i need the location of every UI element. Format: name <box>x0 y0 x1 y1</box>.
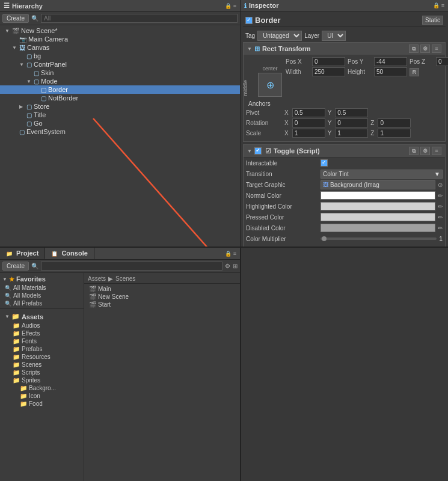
scene-item-newscene[interactable]: 🎬 New Scene <box>87 293 238 301</box>
store-label: Store <box>34 103 49 110</box>
height-input[interactable] <box>374 67 407 76</box>
rot-z-input[interactable] <box>378 118 411 127</box>
folder-scenes[interactable]: 📁 Scenes <box>2 361 81 369</box>
pressed-color-edit-icon[interactable]: ✏ <box>438 214 443 221</box>
layer-dropdown[interactable]: UI <box>322 31 346 41</box>
scene-item-start[interactable]: 🎬 Start <box>87 301 238 308</box>
width-input[interactable] <box>312 67 345 76</box>
project-create-button[interactable]: Create <box>2 262 29 271</box>
scale-x-input[interactable] <box>292 129 325 138</box>
hierarchy-item-bg[interactable]: ▢ bg <box>0 52 240 60</box>
disabled-color-edit-icon[interactable]: ✏ <box>438 225 443 231</box>
folder-sprites[interactable]: 📁 Sprites <box>2 376 81 384</box>
hierarchy-create-button[interactable]: Create <box>2 14 29 23</box>
bottom-section: 📁 Project 📋 Console 🔒 ≡ Create 🔍 ⚙ ⊞ <box>0 247 448 481</box>
disabled-color-field[interactable] <box>321 224 435 232</box>
lock-ratio-icon[interactable]: R <box>410 68 419 76</box>
prefabs-folder-icon: 📁 <box>13 346 20 352</box>
rot-z-label: Z <box>370 120 374 126</box>
scene-name: New Scene* <box>21 27 58 34</box>
start-scene-label: Start <box>98 301 111 308</box>
component-active-checkbox[interactable] <box>245 17 253 24</box>
rot-x-input[interactable] <box>292 118 325 127</box>
hierarchy-search-input[interactable] <box>41 14 238 23</box>
tag-dropdown[interactable]: Untagged <box>257 31 302 41</box>
hierarchy-item-border[interactable]: ▢ Border <box>0 85 240 94</box>
fav-item-materials[interactable]: 🔍 All Materials <box>0 284 84 292</box>
highlighted-color-edit-icon[interactable]: ✏ <box>438 203 443 210</box>
normal-color-row: Normal Color ✏ <box>244 190 445 201</box>
toggle-settings-icon[interactable]: ⚙ <box>420 147 430 155</box>
project-menu-icon[interactable]: ≡ <box>233 251 236 257</box>
folder-scripts[interactable]: 📁 Scripts <box>2 369 81 376</box>
interactable-checkbox[interactable] <box>321 159 328 167</box>
target-graphic-label: Target Graphic <box>246 182 318 188</box>
toggle-copy-icon[interactable]: ⧉ <box>409 147 419 155</box>
highlighted-color-field[interactable] <box>321 202 435 210</box>
toggle-script-header[interactable]: ▼ ☑ Toggle (Script) ⧉ ⚙ ≡ <box>244 145 445 158</box>
scale-z-input[interactable] <box>378 129 411 138</box>
pressed-color-field[interactable] <box>321 213 435 221</box>
fav-search-icon-models: 🔍 <box>5 293 11 299</box>
rot-y-input[interactable] <box>335 118 368 127</box>
fav-item-prefabs[interactable]: 🔍 All Prefabs <box>0 299 84 307</box>
folder-audios[interactable]: 📁 Audios <box>2 322 81 329</box>
folder-effects[interactable]: 📁 Effects <box>2 329 81 337</box>
folder-resources[interactable]: 📁 Resources <box>2 353 81 361</box>
target-graphic-pick-icon[interactable]: ⊙ <box>438 182 443 188</box>
transition-label: Transition <box>246 171 318 177</box>
folder-backgrounds[interactable]: 📁 Backgro... <box>2 384 81 392</box>
project-options-icon1[interactable]: ⚙ <box>225 263 230 269</box>
hierarchy-item-mode[interactable]: ▼ ▢ Mode <box>0 77 240 85</box>
folder-fonts[interactable]: 📁 Fonts <box>2 337 81 345</box>
folder-food[interactable]: 📁 Food <box>2 400 81 408</box>
target-graphic-ref[interactable]: 🖼 Background (Imag <box>321 180 435 189</box>
project-tab[interactable]: 📁 Project <box>0 248 45 259</box>
hierarchy-item-eventsystem[interactable]: ▢ EventSystem <box>0 127 240 136</box>
inspector-menu-icon[interactable]: ≡ <box>441 2 444 8</box>
scene-item-main[interactable]: 🎬 Main <box>87 285 238 293</box>
hierarchy-menu-icon[interactable]: ≡ <box>233 3 236 9</box>
toggle-enabled-checkbox[interactable] <box>254 147 262 155</box>
pos-z-input[interactable] <box>436 57 448 66</box>
hierarchy-item-title[interactable]: ▢ Title <box>0 111 240 119</box>
rt-copy-icon[interactable]: ⧉ <box>409 44 419 53</box>
scale-y-input[interactable] <box>335 129 368 138</box>
hierarchy-panel: ☰ Hierarchy 🔒 ≡ Create 🔍 ▼ 🎬 New Scene* <box>0 0 241 247</box>
folder-prefabs[interactable]: 📁 Prefabs <box>2 345 81 353</box>
rt-settings-icon[interactable]: ⚙ <box>420 44 430 53</box>
scene-root-item[interactable]: ▼ 🎬 New Scene* <box>0 26 240 35</box>
hierarchy-item-contrpanel[interactable]: ▼ ▢ ContrPanel <box>0 60 240 69</box>
project-search-input[interactable] <box>41 262 222 271</box>
newscene-icon: 🎬 <box>89 293 96 300</box>
hierarchy-item-main-camera[interactable]: 📷 Main Camera <box>0 35 240 43</box>
fav-item-models[interactable]: 🔍 All Models <box>0 292 84 299</box>
static-button[interactable]: Static <box>422 16 443 25</box>
start-scene-icon: 🎬 <box>89 301 96 308</box>
hierarchy-item-skin[interactable]: ▢ Skin <box>0 69 240 77</box>
transition-value: Color Tint <box>323 171 349 177</box>
pos-y-input[interactable] <box>374 57 407 66</box>
hierarchy-toolbar: Create 🔍 <box>0 12 240 25</box>
normal-color-edit-icon[interactable]: ✏ <box>438 192 443 199</box>
rect-transform-header[interactable]: ▼ ⊞ Rect Transform ⧉ ⚙ ≡ <box>244 43 445 55</box>
rect-anchor-icon[interactable]: ⊕ <box>258 73 282 97</box>
folder-icon[interactable]: 📁 Icon <box>2 392 81 400</box>
pivot-x-input[interactable] <box>292 108 325 117</box>
pos-x-input[interactable] <box>312 57 345 66</box>
color-multiplier-slider[interactable] <box>321 237 437 240</box>
rt-menu-icon[interactable]: ≡ <box>432 44 441 53</box>
toggle-menu-icon[interactable]: ≡ <box>432 147 441 155</box>
assets-pane: Assets ▶ Scenes 🎬 Main 🎬 New Scene 🎬 <box>84 273 240 481</box>
food-label: Food <box>29 400 43 407</box>
project-options-icon2[interactable]: ⊞ <box>233 263 238 269</box>
transition-dropdown[interactable]: Color Tint ▼ <box>321 170 443 179</box>
hierarchy-item-go[interactable]: ▢ Go <box>0 119 240 127</box>
hierarchy-item-notborder[interactable]: ▢ NotBorder <box>0 94 240 102</box>
eventsystem-icon: ▢ <box>19 129 25 135</box>
console-tab[interactable]: 📋 Console <box>45 248 94 259</box>
pivot-y-input[interactable] <box>335 108 368 117</box>
hierarchy-item-store[interactable]: ▶ ▢ Store <box>0 102 240 111</box>
hierarchy-item-canvas[interactable]: ▼ 🖼 Canvas <box>0 43 240 52</box>
normal-color-field[interactable] <box>321 191 435 200</box>
